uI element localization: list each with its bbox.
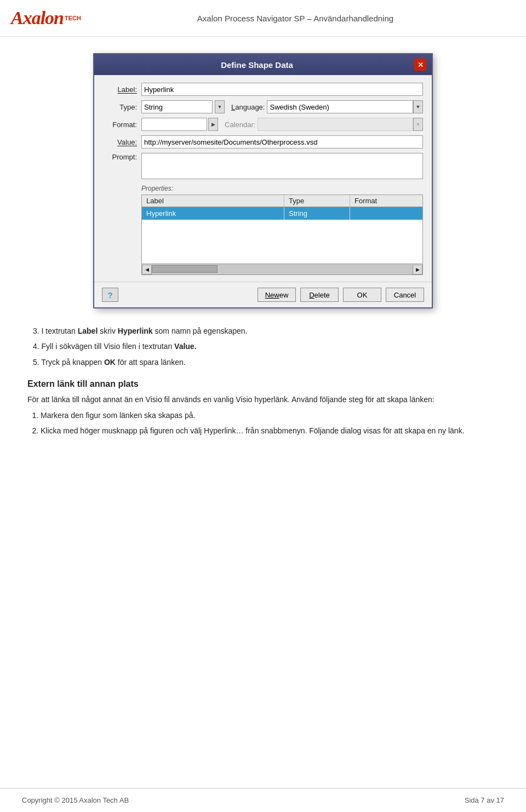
table-row[interactable]: Hyperlink String xyxy=(142,207,422,220)
dialog-body: Label: Type: ▼ Language: ▼ xyxy=(94,75,432,282)
props-header-label: Label xyxy=(142,195,284,207)
step-3: 3. I textrutan Label skriv Hyperlink som… xyxy=(33,325,493,337)
list-item: Markera den figur som länken ska skapas … xyxy=(41,409,499,421)
page-footer: Copyright © 2015 Axalon Tech AB Sida 7 a… xyxy=(0,788,526,812)
props-empty-area xyxy=(142,220,422,264)
page-number: Sida 7 av 17 xyxy=(465,796,504,804)
new-button[interactable]: Newew xyxy=(258,288,296,302)
properties-section-label: Properties: xyxy=(141,185,423,192)
scrollbar-left-button[interactable]: ◀ xyxy=(142,265,152,275)
format-arrow-button[interactable]: ▶ xyxy=(208,118,218,131)
value-input[interactable] xyxy=(141,135,423,148)
delete-button[interactable]: Delete xyxy=(300,288,339,302)
format-row: Format: ▶ Calendar: ▼ xyxy=(103,118,423,131)
value-row: Value: xyxy=(103,135,423,148)
format-field-label: Format: xyxy=(103,121,141,129)
section-heading: Extern länk till annan plats xyxy=(27,379,499,389)
prompt-field-label: Prompt: xyxy=(103,153,141,161)
page-title: Axalon Process Navigator SP – Användarha… xyxy=(81,14,510,23)
calendar-input[interactable] xyxy=(258,118,413,131)
label-row: Label: xyxy=(103,83,423,96)
type-dropdown-arrow[interactable]: ▼ xyxy=(215,100,225,113)
scrollbar-thumb[interactable] xyxy=(152,265,218,273)
scrollbar-right-button[interactable]: ▶ xyxy=(413,265,422,275)
type-field-label: Type: xyxy=(103,103,141,111)
language-dropdown-arrow[interactable]: ▼ xyxy=(413,100,423,113)
type-language-row: Type: ▼ Language: ▼ xyxy=(103,100,423,113)
format-input[interactable] xyxy=(141,118,207,131)
props-cell-label: Hyperlink xyxy=(142,207,284,220)
props-cell-format xyxy=(350,207,416,220)
dialog-wrapper: Define Shape Data ✕ Label: Type: ▼ xyxy=(27,53,499,308)
section-body: För att länka till något annat än en Vis… xyxy=(27,393,499,405)
props-header-format: Format xyxy=(350,195,416,207)
language-field-label: Language: xyxy=(231,103,265,111)
label-input[interactable] xyxy=(141,83,423,96)
properties-table-header: Label Type Format xyxy=(142,195,422,207)
properties-table: Label Type Format Hyperlink String xyxy=(141,195,423,264)
calendar-field-label: Calendar: xyxy=(225,121,255,129)
logo-tech: TECH xyxy=(65,15,81,21)
scrollbar-track[interactable] xyxy=(152,264,413,275)
calendar-dropdown-arrow[interactable]: ▼ xyxy=(413,118,423,131)
step-5: 5. Tryck på knappen OK för att spara län… xyxy=(33,356,493,368)
language-select-wrap: ▼ xyxy=(267,100,423,113)
instructions-section: 3. I textrutan Label skriv Hyperlink som… xyxy=(27,325,499,368)
cancel-button[interactable]: Cancel xyxy=(386,288,424,302)
logo-text: Axalon xyxy=(11,8,64,28)
properties-scrollbar[interactable]: ◀ ▶ xyxy=(141,264,423,275)
logo: AxalonTECH xyxy=(11,8,81,28)
main-content: Define Shape Data ✕ Label: Type: ▼ xyxy=(0,37,526,451)
section-numbered-list: Markera den figur som länken ska skapas … xyxy=(41,409,499,437)
help-button[interactable]: ? xyxy=(102,288,118,302)
prompt-row: Prompt: xyxy=(103,153,423,179)
props-cell-type: String xyxy=(284,207,350,220)
dialog-title: Define Shape Data xyxy=(100,60,414,70)
dialog-footer: ? Newew Delete OK Cancel xyxy=(94,282,432,307)
prompt-textarea[interactable] xyxy=(141,153,423,179)
label-field-label: Label: xyxy=(103,85,141,94)
calendar-select-wrap: ▼ xyxy=(258,118,423,131)
page-header: AxalonTECH Axalon Process Navigator SP –… xyxy=(0,0,526,37)
dialog-titlebar: Define Shape Data ✕ xyxy=(94,54,432,75)
language-input[interactable] xyxy=(267,100,413,113)
list-item: Klicka med höger musknapp på figuren och… xyxy=(41,425,499,437)
dialog-close-button[interactable]: ✕ xyxy=(414,59,426,71)
ok-button[interactable]: OK xyxy=(343,288,381,302)
value-field-label: Value: xyxy=(103,138,141,146)
type-select-wrap: ▼ xyxy=(141,100,225,113)
type-input[interactable] xyxy=(141,100,213,113)
define-shape-data-dialog: Define Shape Data ✕ Label: Type: ▼ xyxy=(93,53,433,308)
copyright-text: Copyright © 2015 Axalon Tech AB xyxy=(22,796,129,804)
step-4: 4. Fyll i sökvägen till Visio filen i te… xyxy=(33,340,493,352)
props-header-type: Type xyxy=(284,195,350,207)
